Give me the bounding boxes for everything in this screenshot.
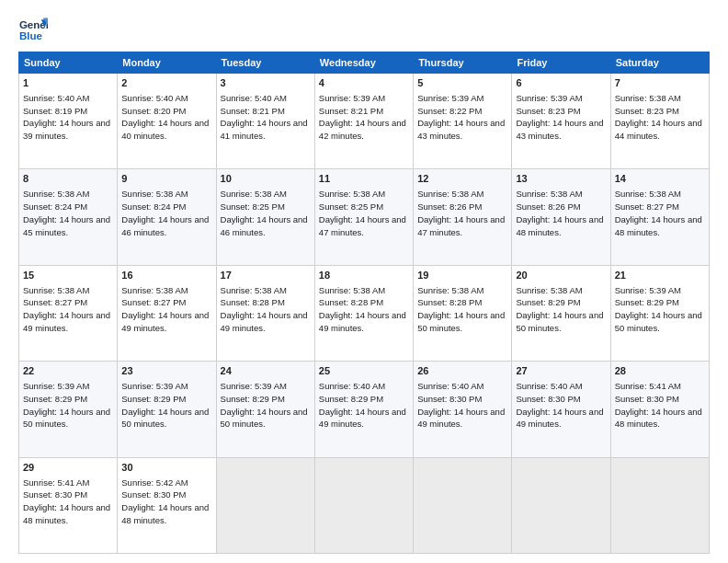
day-number: 21 xyxy=(615,269,705,283)
sunset-text: Sunset: 8:30 PM xyxy=(615,394,679,404)
sunrise-text: Sunrise: 5:38 AM xyxy=(23,285,89,295)
day-number: 13 xyxy=(516,172,606,187)
day-number: 4 xyxy=(319,76,409,91)
sunset-text: Sunset: 8:30 PM xyxy=(417,394,482,404)
sunset-text: Sunset: 8:26 PM xyxy=(516,201,580,212)
sunset-text: Sunset: 8:30 PM xyxy=(121,489,186,500)
sunset-text: Sunset: 8:24 PM xyxy=(121,201,186,212)
calendar-cell: 17Sunrise: 5:38 AMSunset: 8:28 PMDayligh… xyxy=(216,265,314,361)
weekday-header-friday: Friday xyxy=(512,52,610,74)
sunrise-text: Sunrise: 5:38 AM xyxy=(23,189,89,199)
sunrise-text: Sunrise: 5:41 AM xyxy=(23,477,89,488)
calendar-week-4: 22Sunrise: 5:39 AMSunset: 8:29 PMDayligh… xyxy=(19,362,710,457)
sunset-text: Sunset: 8:29 PM xyxy=(319,394,383,404)
calendar-cell: 6Sunrise: 5:39 AMSunset: 8:23 PMDaylight… xyxy=(512,74,610,169)
calendar-cell: 4Sunrise: 5:39 AMSunset: 8:21 PMDaylight… xyxy=(314,74,413,169)
day-number: 22 xyxy=(23,364,113,379)
daylight-text: Daylight: 14 hours and 48 minutes. xyxy=(516,214,603,237)
day-number: 24 xyxy=(221,364,311,379)
day-number: 26 xyxy=(417,364,507,379)
sunrise-text: Sunrise: 5:40 AM xyxy=(23,93,89,103)
day-number: 1 xyxy=(23,76,113,91)
day-number: 25 xyxy=(319,364,409,379)
sunrise-text: Sunrise: 5:38 AM xyxy=(319,285,385,295)
weekday-header-wednesday: Wednesday xyxy=(314,52,413,74)
calendar-cell: 10Sunrise: 5:38 AMSunset: 8:25 PMDayligh… xyxy=(216,169,314,265)
daylight-text: Daylight: 14 hours and 43 minutes. xyxy=(516,118,603,141)
sunrise-text: Sunrise: 5:38 AM xyxy=(221,189,287,199)
sunrise-text: Sunrise: 5:40 AM xyxy=(121,93,188,103)
day-number: 17 xyxy=(221,269,311,283)
calendar-cell: 9Sunrise: 5:38 AMSunset: 8:24 PMDaylight… xyxy=(118,169,216,265)
calendar-cell xyxy=(610,457,709,553)
day-number: 27 xyxy=(516,364,606,379)
day-number: 11 xyxy=(319,172,409,187)
sunrise-text: Sunrise: 5:38 AM xyxy=(121,189,188,199)
daylight-text: Daylight: 14 hours and 50 minutes. xyxy=(516,310,603,333)
daylight-text: Daylight: 14 hours and 48 minutes. xyxy=(615,407,702,430)
calendar-cell: 1Sunrise: 5:40 AMSunset: 8:19 PMDaylight… xyxy=(19,74,118,169)
sunset-text: Sunset: 8:28 PM xyxy=(319,297,383,307)
calendar-table: SundayMondayTuesdayWednesdayThursdayFrid… xyxy=(18,52,710,554)
day-number: 10 xyxy=(221,172,311,187)
sunset-text: Sunset: 8:21 PM xyxy=(319,106,383,116)
sunset-text: Sunset: 8:21 PM xyxy=(221,106,285,116)
calendar-cell xyxy=(314,457,413,553)
sunrise-text: Sunrise: 5:38 AM xyxy=(516,285,582,295)
calendar-cell: 12Sunrise: 5:38 AMSunset: 8:26 PMDayligh… xyxy=(414,169,512,265)
day-number: 23 xyxy=(121,364,211,379)
sunset-text: Sunset: 8:29 PM xyxy=(121,394,186,404)
day-number: 28 xyxy=(615,364,705,379)
calendar-week-2: 8Sunrise: 5:38 AMSunset: 8:24 PMDaylight… xyxy=(19,169,710,265)
calendar-cell: 25Sunrise: 5:40 AMSunset: 8:29 PMDayligh… xyxy=(314,362,413,457)
daylight-text: Daylight: 14 hours and 49 minutes. xyxy=(221,310,308,333)
sunrise-text: Sunrise: 5:39 AM xyxy=(121,381,188,391)
calendar-cell: 18Sunrise: 5:38 AMSunset: 8:28 PMDayligh… xyxy=(314,265,413,361)
calendar-cell: 16Sunrise: 5:38 AMSunset: 8:27 PMDayligh… xyxy=(118,265,216,361)
calendar-cell xyxy=(216,457,314,553)
sunrise-text: Sunrise: 5:40 AM xyxy=(516,381,582,391)
daylight-text: Daylight: 14 hours and 50 minutes. xyxy=(615,310,702,333)
calendar-cell: 7Sunrise: 5:38 AMSunset: 8:23 PMDaylight… xyxy=(610,74,709,169)
calendar-cell: 5Sunrise: 5:39 AMSunset: 8:22 PMDaylight… xyxy=(414,74,512,169)
calendar-cell: 28Sunrise: 5:41 AMSunset: 8:30 PMDayligh… xyxy=(610,362,709,457)
calendar-cell: 15Sunrise: 5:38 AMSunset: 8:27 PMDayligh… xyxy=(19,265,118,361)
daylight-text: Daylight: 14 hours and 48 minutes. xyxy=(23,502,110,525)
sunrise-text: Sunrise: 5:38 AM xyxy=(417,285,483,295)
sunrise-text: Sunrise: 5:38 AM xyxy=(615,93,681,103)
calendar-week-1: 1Sunrise: 5:40 AMSunset: 8:19 PMDaylight… xyxy=(19,74,710,169)
daylight-text: Daylight: 14 hours and 45 minutes. xyxy=(23,214,110,237)
day-number: 6 xyxy=(516,76,606,91)
daylight-text: Daylight: 14 hours and 40 minutes. xyxy=(121,118,209,141)
sunset-text: Sunset: 8:28 PM xyxy=(417,297,482,307)
sunset-text: Sunset: 8:25 PM xyxy=(221,201,285,212)
calendar-page: General Blue SundayMondayTuesdayWednesda… xyxy=(0,0,728,563)
calendar-cell: 14Sunrise: 5:38 AMSunset: 8:27 PMDayligh… xyxy=(610,169,709,265)
sunrise-text: Sunrise: 5:38 AM xyxy=(121,285,188,295)
sunrise-text: Sunrise: 5:38 AM xyxy=(516,189,582,199)
sunrise-text: Sunrise: 5:38 AM xyxy=(319,189,385,199)
daylight-text: Daylight: 14 hours and 43 minutes. xyxy=(417,118,505,141)
daylight-text: Daylight: 14 hours and 49 minutes. xyxy=(319,407,406,430)
calendar-cell: 19Sunrise: 5:38 AMSunset: 8:28 PMDayligh… xyxy=(414,265,512,361)
sunrise-text: Sunrise: 5:39 AM xyxy=(417,93,483,103)
daylight-text: Daylight: 14 hours and 49 minutes. xyxy=(121,310,209,333)
daylight-text: Daylight: 14 hours and 44 minutes. xyxy=(615,118,702,141)
sunrise-text: Sunrise: 5:40 AM xyxy=(417,381,483,391)
calendar-week-5: 29Sunrise: 5:41 AMSunset: 8:30 PMDayligh… xyxy=(19,457,710,553)
day-number: 7 xyxy=(615,76,705,91)
calendar-cell: 21Sunrise: 5:39 AMSunset: 8:29 PMDayligh… xyxy=(610,265,709,361)
calendar-cell: 20Sunrise: 5:38 AMSunset: 8:29 PMDayligh… xyxy=(512,265,610,361)
calendar-cell: 24Sunrise: 5:39 AMSunset: 8:29 PMDayligh… xyxy=(216,362,314,457)
sunset-text: Sunset: 8:23 PM xyxy=(615,106,679,116)
daylight-text: Daylight: 14 hours and 47 minutes. xyxy=(417,214,505,237)
sunset-text: Sunset: 8:29 PM xyxy=(516,297,580,307)
day-number: 3 xyxy=(221,76,311,91)
sunset-text: Sunset: 8:19 PM xyxy=(23,106,87,116)
daylight-text: Daylight: 14 hours and 48 minutes. xyxy=(615,214,702,237)
sunrise-text: Sunrise: 5:39 AM xyxy=(23,381,89,391)
calendar-cell: 27Sunrise: 5:40 AMSunset: 8:30 PMDayligh… xyxy=(512,362,610,457)
daylight-text: Daylight: 14 hours and 50 minutes. xyxy=(221,407,308,430)
daylight-text: Daylight: 14 hours and 49 minutes. xyxy=(23,310,110,333)
day-number: 5 xyxy=(417,76,507,91)
